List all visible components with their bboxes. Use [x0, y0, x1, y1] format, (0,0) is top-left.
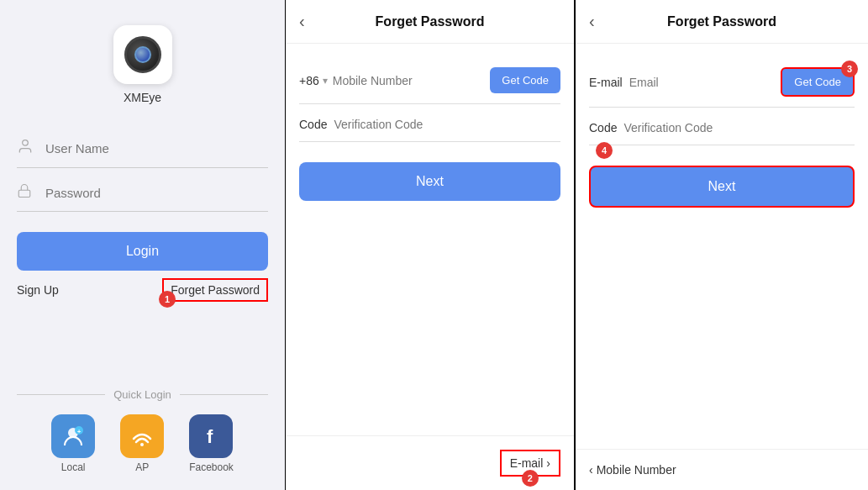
svg-text:f: f — [207, 426, 213, 447]
mobile-chevron: ‹ — [589, 463, 593, 477]
local-label: Local — [61, 461, 86, 473]
forget-email-header: ‹ Forget Password — [576, 0, 868, 44]
links-row: Sign Up Forget Password 1 — [17, 282, 268, 298]
back-button-email[interactable]: ‹ — [589, 12, 595, 31]
quick-login-label: Quick Login — [113, 388, 171, 401]
back-button-mobile[interactable]: ‹ — [299, 12, 305, 31]
login-button[interactable]: Login — [17, 232, 268, 271]
badge-2: 2 — [522, 470, 539, 487]
forget-mobile-title: Forget Password — [376, 14, 485, 29]
local-icon: + — [51, 414, 95, 458]
password-input[interactable] — [45, 186, 268, 200]
code-label-email: Code — [589, 121, 617, 134]
code-input-mobile[interactable] — [334, 118, 560, 131]
forget-email-footer: ‹ Mobile Number — [576, 449, 868, 490]
facebook-icon: f — [189, 414, 233, 458]
code-label-mobile: Code — [299, 118, 327, 131]
svg-point-5 — [140, 443, 144, 446]
app-logo — [113, 25, 172, 84]
email-row: E-mail 3 Get Code — [589, 57, 855, 108]
ap-login-button[interactable]: AP — [120, 414, 164, 473]
svg-point-0 — [23, 140, 29, 146]
badge-3: 3 — [841, 61, 858, 77]
email-link-text: E-mail — [510, 456, 544, 470]
login-panel: XMEye Login Sign Up Forget Password 1 — [0, 0, 286, 490]
forget-email-panel: ‹ Forget Password E-mail 3 Get Code Code… — [576, 0, 868, 490]
forget-mobile-body: +86 ▾ Get Code Code Next — [286, 44, 574, 435]
code-input-email[interactable] — [623, 121, 855, 134]
badge-1: 1 — [159, 291, 176, 308]
next-button-email[interactable]: Next — [589, 166, 855, 208]
badge-4: 4 — [596, 142, 613, 159]
get-code-button-mobile[interactable]: Get Code — [490, 67, 560, 93]
mobile-link-text: Mobile Number — [597, 463, 676, 477]
mobile-number-input[interactable] — [333, 74, 491, 87]
app-name: XMEye — [124, 91, 161, 104]
local-login-button[interactable]: + Local — [51, 414, 95, 473]
lock-icon — [17, 183, 37, 203]
username-input[interactable] — [45, 141, 268, 155]
divider-right — [180, 394, 268, 395]
code-row-mobile: Code — [299, 108, 560, 142]
ap-label: AP — [135, 461, 149, 473]
forget-email-body: E-mail 3 Get Code Code 4 Next — [576, 44, 868, 449]
password-row — [17, 175, 268, 212]
phone-row: +86 ▾ Get Code — [299, 57, 560, 104]
user-icon — [17, 138, 37, 159]
svg-rect-1 — [18, 190, 30, 197]
logo-container: XMEye — [113, 25, 172, 104]
quick-login-section: Quick Login + Local — [17, 388, 268, 473]
username-row — [17, 129, 268, 168]
logo-icon — [124, 36, 161, 73]
divider-left — [17, 394, 105, 395]
quick-icons: + Local AP f — [17, 414, 268, 473]
quick-login-divider: Quick Login — [17, 388, 268, 401]
email-label: E-mail — [589, 76, 623, 89]
ap-icon — [120, 414, 164, 458]
forget-mobile-panel: ‹ Forget Password +86 ▾ Get Code Code Ne… — [286, 0, 576, 490]
facebook-label: Facebook — [189, 461, 234, 473]
email-chevron: › — [546, 456, 550, 470]
dropdown-arrow: ▾ — [323, 75, 328, 87]
forget-mobile-footer: E-mail › 2 — [286, 435, 574, 490]
next-button-mobile[interactable]: Next — [299, 162, 560, 201]
svg-text:+: + — [77, 428, 82, 435]
code-row-email: Code — [589, 111, 855, 145]
facebook-login-button[interactable]: f Facebook — [189, 414, 234, 473]
forget-email-title: Forget Password — [667, 14, 776, 29]
mobile-number-link[interactable]: ‹ Mobile Number — [589, 463, 676, 477]
forget-password-link[interactable]: Forget Password — [162, 278, 268, 302]
forget-mobile-header: ‹ Forget Password — [286, 0, 574, 44]
signup-link[interactable]: Sign Up — [17, 283, 59, 297]
email-input[interactable] — [629, 76, 781, 89]
phone-prefix: +86 — [299, 74, 319, 87]
